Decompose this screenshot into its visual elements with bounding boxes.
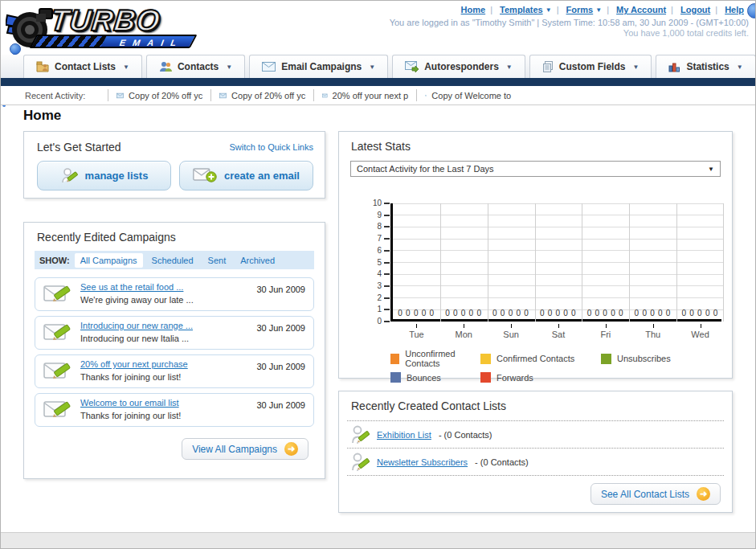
chevron-down-icon: ▼ (226, 64, 232, 71)
tab-contacts[interactable]: Contacts▼ (146, 55, 245, 78)
bar-chart-icon (668, 61, 680, 72)
filter-all-campaigns[interactable]: All Campaigns (75, 253, 143, 268)
campaign-row[interactable]: See us at the retail food ... We're givi… (35, 277, 314, 311)
value-label: 0 (650, 309, 655, 318)
value-label: 0 (595, 309, 600, 318)
app-window: TURBO EMAIL Home| Templates ▼| Forms ▼| … (0, 0, 756, 549)
header-link-forms[interactable]: Forms (566, 5, 594, 14)
recent-activity-item[interactable]: Copy of 20% off yc (210, 89, 313, 101)
tab-contact-lists[interactable]: Contact Lists▼ (23, 55, 142, 78)
header-link-help[interactable]: Help (725, 5, 744, 14)
value-label: 0 (509, 309, 513, 318)
campaign-title-link[interactable]: Introducing our new range ... (80, 321, 248, 330)
value-label: 0 (713, 309, 718, 318)
header-link-home[interactable]: Home (461, 5, 486, 14)
campaign-list: See us at the retail food ... We're givi… (24, 269, 325, 427)
folder-contact-icon (36, 61, 49, 72)
chevron-down-icon: ▼ (369, 64, 375, 71)
value-label: 0 (492, 309, 497, 318)
latest-stats-panel: Latest Stats Contact Activity for the La… (338, 131, 733, 379)
y-tick (384, 309, 390, 310)
y-tick-label: 7 (369, 234, 382, 243)
filter-scheduled[interactable]: Scheduled (146, 253, 199, 268)
see-all-contact-lists-button[interactable]: See All Contact Lists ➜ (590, 483, 721, 505)
legend-swatch (601, 354, 611, 364)
value-label: 0 (571, 309, 576, 318)
campaign-subtitle: Thanks for joining our list! (80, 411, 181, 420)
legend-label: Bounces (407, 373, 441, 383)
x-tick (653, 324, 654, 328)
value-label: 0 (524, 309, 529, 318)
legend-label: Confirmed Contacts (497, 354, 574, 363)
campaign-title-link[interactable]: Welcome to our email list (80, 398, 248, 408)
callout-corner-dot (747, 3, 756, 18)
campaign-title-link[interactable]: 20% off your next purchase (80, 359, 248, 369)
arrow-right-icon: ➜ (284, 442, 298, 456)
grid-line (488, 203, 488, 322)
campaign-title-link[interactable]: See us at the retail food ... (80, 282, 248, 292)
envelope-pencil-icon (43, 283, 72, 305)
contact-list-row[interactable]: Newsletter Subscribers - (0 Contacts) (339, 449, 732, 475)
grid-line (393, 262, 724, 263)
chevron-down-icon: ▼ (123, 64, 129, 71)
recent-campaigns-title: Recently Edited Campaigns (24, 223, 325, 244)
value-label: 0 (414, 309, 419, 318)
manage-lists-button[interactable]: manage lists (37, 161, 171, 191)
contact-list-count: - (0 Contacts) (439, 430, 492, 440)
y-tick-label: 2 (369, 293, 382, 302)
recent-activity-item[interactable]: Copy of Welcome to (416, 89, 519, 101)
chevron-down-icon[interactable]: ▼ (595, 6, 602, 14)
grid-line (393, 215, 724, 215)
x-tick (606, 324, 607, 328)
legend-swatch (390, 354, 399, 364)
envelope-plus-icon (193, 167, 217, 184)
contact-list-link[interactable]: Newsletter Subscribers (377, 457, 468, 467)
grid-line (393, 227, 724, 227)
envelope-pencil-icon (43, 360, 72, 383)
stats-report-select[interactable]: Contact Activity for the Last 7 Days ▼ (350, 161, 721, 177)
campaign-subtitle: Introducing our new Italia ... (80, 334, 189, 343)
campaign-row[interactable]: Welcome to our email list Thanks for joi… (35, 393, 314, 427)
contact-list-link[interactable]: Exhibition List (377, 430, 431, 440)
chevron-down-icon: ▼ (506, 64, 513, 71)
y-tick-label: 9 (369, 211, 382, 219)
legend-label: Unsubscribes (617, 354, 671, 363)
pages-icon (542, 61, 554, 72)
contact-list-row[interactable]: Exhibition List - (0 Contacts) (339, 421, 732, 448)
switch-quick-links-link[interactable]: Switch to Quick Links (229, 142, 313, 152)
y-tick (384, 321, 390, 322)
campaign-row[interactable]: Introducing our new range ... Introducin… (35, 316, 314, 350)
campaign-row[interactable]: 20% off your next purchase Thanks for jo… (35, 354, 314, 388)
legend-item: Confirmed Contacts (480, 349, 601, 368)
recent-activity-label: Recent Activity: (25, 91, 85, 100)
recent-activity-item[interactable]: 20% off your next p (313, 89, 416, 101)
logo-text-email: EMAIL (118, 38, 185, 47)
header-link-templates[interactable]: Templates (500, 5, 543, 14)
header-link-logout[interactable]: Logout (680, 5, 710, 14)
x-tick (511, 324, 512, 328)
logo-text-turbo: TURBO (49, 4, 162, 38)
value-label: 0 (422, 309, 427, 318)
envelope-icon (116, 92, 124, 100)
header-link-my-account[interactable]: My Account (616, 5, 666, 14)
page-title: Home (23, 108, 61, 124)
get-started-panel: Let's Get Started Switch to Quick Links … (23, 131, 325, 199)
tab-email-campaigns[interactable]: Email Campaigns▼ (249, 55, 388, 78)
grid-line (393, 285, 724, 286)
chart-legend: Unconfirmed ContactsConfirmed ContactsUn… (390, 349, 732, 383)
create-email-button[interactable]: create an email (179, 161, 313, 191)
filter-sent[interactable]: Sent (202, 253, 232, 268)
tab-statistics[interactable]: Statistics▼ (656, 55, 755, 78)
chevron-down-icon[interactable]: ▼ (546, 6, 552, 14)
view-all-campaigns-button[interactable]: View All Campaigns ➜ (182, 438, 309, 460)
recent-campaigns-panel: Recently Edited Campaigns SHOW: All Camp… (23, 222, 325, 479)
x-tick-label: Wed (676, 330, 724, 339)
tab-autoresponders[interactable]: Autoresponders▼ (392, 55, 525, 78)
filter-archived[interactable]: Archived (235, 253, 280, 268)
y-tick (384, 203, 390, 204)
recent-activity-item[interactable]: Copy of 20% off yc (108, 89, 210, 101)
tab-custom-fields[interactable]: Custom Fields▼ (529, 55, 652, 78)
y-tick-label: 1 (369, 305, 382, 313)
y-tick (384, 285, 390, 287)
value-label: 0 (681, 309, 686, 318)
